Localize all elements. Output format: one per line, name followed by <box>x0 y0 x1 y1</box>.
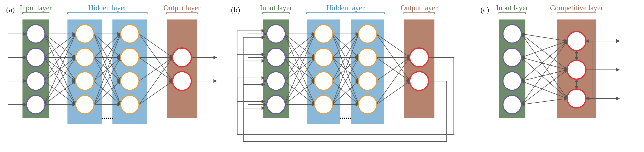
nn-architectures-figure: (a) Input layer Hidden layer Output laye… <box>0 0 644 152</box>
node-circle <box>120 25 139 43</box>
node-circle <box>410 48 428 67</box>
node-circle <box>358 95 377 114</box>
ellipsis-dots: ...... <box>101 112 114 121</box>
node-circle <box>567 89 586 108</box>
node-circle <box>76 25 94 43</box>
node-circle <box>503 95 521 114</box>
node-circle <box>172 71 191 91</box>
node-circle <box>358 48 377 67</box>
node-circle <box>267 72 285 90</box>
node-circle <box>267 48 285 67</box>
bracket-icon <box>557 13 596 14</box>
hidden-layer-label: Hidden layer <box>88 4 126 12</box>
node-circle <box>76 95 94 114</box>
panel-b-output-heading: Output layer <box>401 4 438 14</box>
output-layer-label: Output layer <box>164 4 200 12</box>
node-circle <box>314 72 333 90</box>
node-circle <box>76 48 94 67</box>
panel-a: (a) Input layer Hidden layer Output laye… <box>6 4 217 124</box>
input-layer-label: Input layer <box>260 4 292 12</box>
input-layer-label: Input layer <box>496 4 528 12</box>
panel-b: (b) Input layer Hidden layer Output laye… <box>231 4 454 141</box>
panel-b-input-heading: Input layer <box>260 4 292 14</box>
input-layer-label: Input layer <box>20 4 52 12</box>
output-column <box>404 20 434 118</box>
node-circle <box>267 25 285 43</box>
node-circle <box>26 95 45 114</box>
bracket-icon <box>263 13 289 14</box>
node-circle <box>503 25 521 43</box>
node-circle <box>567 32 586 50</box>
bracket-icon <box>22 13 49 14</box>
competitive-layer-label: Competitive layer <box>550 4 603 12</box>
node-circle <box>503 48 521 67</box>
node-circle <box>314 48 333 67</box>
panel-c-comp-heading: Competitive layer <box>550 4 603 14</box>
node-circle <box>314 25 333 43</box>
bracket-icon <box>307 13 384 14</box>
node-circle <box>358 72 377 90</box>
nodes-c-output <box>567 32 586 108</box>
node-circle <box>172 48 191 67</box>
node-circle <box>120 48 139 67</box>
bracket-icon <box>68 13 147 14</box>
panel-a-label: (a) <box>6 5 15 14</box>
node-circle <box>120 72 139 90</box>
panel-c: (c) Input layer Competitive layer <box>480 4 620 118</box>
panel-c-label: (c) <box>480 5 489 14</box>
node-circle <box>410 71 428 91</box>
node-circle <box>314 95 333 114</box>
node-circle <box>567 60 586 79</box>
node-circle <box>26 25 45 43</box>
ellipsis-dots: ...... <box>340 112 352 121</box>
node-circle <box>76 72 94 90</box>
node-circle <box>26 48 45 67</box>
bracket-icon <box>404 13 434 14</box>
hidden-layer-label: Hidden layer <box>326 4 365 12</box>
panel-a-hidden-heading: Hidden layer <box>68 4 147 14</box>
node-circle <box>26 72 45 90</box>
node-circle <box>358 25 377 43</box>
output-column <box>166 20 197 118</box>
node-circle <box>503 72 521 90</box>
node-circle <box>120 95 139 114</box>
bracket-icon <box>166 13 197 14</box>
panel-a-output-heading: Output layer <box>164 4 200 14</box>
panel-b-label: (b) <box>231 5 240 14</box>
node-circle <box>267 95 285 114</box>
panel-b-hidden-heading: Hidden layer <box>307 4 384 14</box>
panel-a-input-heading: Input layer <box>20 4 52 14</box>
panel-c-input-heading: Input layer <box>496 4 528 14</box>
output-layer-label: Output layer <box>401 4 438 12</box>
bracket-icon <box>499 13 526 14</box>
